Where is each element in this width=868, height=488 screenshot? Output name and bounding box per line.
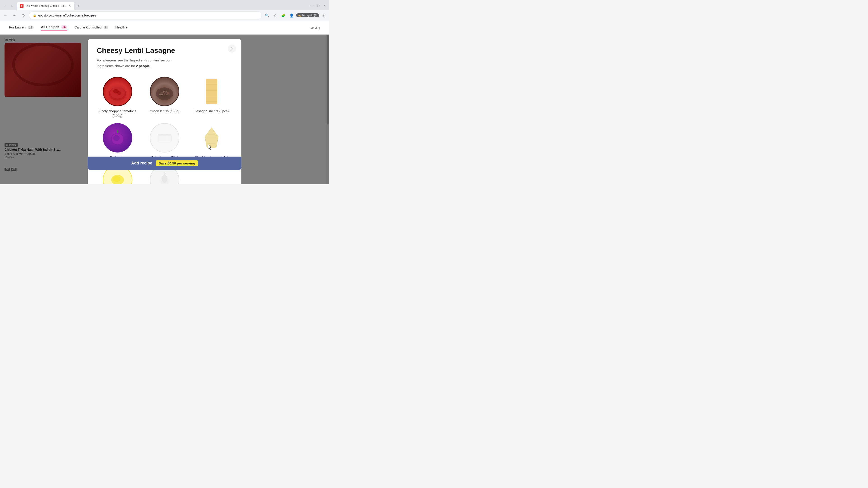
page-content: For Lauren 14 All Recipes 86 Calorie Con…: [0, 21, 329, 184]
site-navigation: For Lauren 14 All Recipes 86 Calorie Con…: [0, 21, 329, 35]
svg-point-11: [166, 94, 168, 95]
svg-point-15: [165, 91, 167, 92]
people-prefix: Ingredients shown are for: [97, 64, 136, 68]
tomatoes-image: [103, 77, 132, 106]
people-count: 2 people: [136, 64, 150, 68]
close-button[interactable]: ✕: [322, 3, 327, 8]
svg-point-14: [163, 91, 164, 92]
nav-for-lauren[interactable]: For Lauren 14: [9, 25, 34, 30]
lentils-label: Green lentils (185g): [150, 109, 180, 113]
lasagne-svg: [204, 78, 219, 105]
add-recipe-bar[interactable]: Add recipe Save £0.50 per serving: [88, 157, 241, 170]
maximize-button[interactable]: ❐: [315, 3, 321, 8]
tab-favicon: g: [20, 4, 24, 8]
modal-title: Cheesy Lentil Lasagne: [97, 46, 232, 55]
save-badge: Save £0.50 per serving: [156, 161, 198, 166]
tomatoes-svg: [107, 81, 128, 102]
cheddar-image: [197, 123, 226, 153]
modal-allergen-note: For allergens see the 'Ingredients conta…: [97, 58, 232, 62]
modal-header: Cheesy Lentil Lasagne For allergens see …: [88, 39, 241, 73]
address-bar[interactable]: 🔒 gousto.co.uk/menu?collection=all-recip…: [29, 11, 262, 20]
modal-people-note: Ingredients shown are for 2 people.: [97, 64, 232, 68]
soft-cheese-svg: [157, 132, 173, 143]
ingredient-red-onion: Red onion: [97, 123, 138, 160]
modal-close-button[interactable]: ✕: [228, 44, 236, 53]
soft-cheese-image: [150, 123, 179, 153]
red-onion-image: [103, 123, 132, 153]
lentils-image: [150, 77, 179, 106]
svg-marker-29: [205, 128, 218, 148]
tab-title: This Week's Menu | Choose Fro...: [25, 4, 66, 7]
nav-health[interactable]: Health▶: [115, 25, 127, 30]
tab-close-button[interactable]: ✕: [68, 4, 72, 8]
lentils-svg: [154, 81, 175, 102]
ingredient-cheddar: Cheddar cheese (40g): [191, 123, 232, 160]
ingredient-soft-cheese: Soft cheese (50g): [144, 123, 185, 160]
svg-point-10: [164, 93, 165, 95]
tab-bar-back[interactable]: ‹: [2, 3, 8, 9]
nav-calorie-controlled[interactable]: Calorie Controlled 6: [74, 25, 108, 30]
lasagne-label: Lasagne sheets (6pcs): [194, 109, 229, 113]
all-recipes-badge: 86: [61, 25, 67, 29]
minimize-button[interactable]: —: [309, 3, 315, 8]
main-content: 40 mins 10-Minute Chicken Tikka Naan Wit…: [0, 35, 329, 184]
search-icon[interactable]: 🔍: [264, 12, 271, 19]
address-text: gousto.co.uk/menu?collection=all-recipes: [38, 13, 258, 17]
reload-button[interactable]: ↻: [20, 12, 27, 19]
back-button[interactable]: ←: [2, 12, 9, 19]
close-icon: ✕: [230, 46, 234, 51]
for-lauren-badge: 14: [28, 26, 34, 29]
svg-point-13: [168, 93, 170, 95]
svg-point-12: [159, 94, 161, 95]
bookmark-icon[interactable]: ☆: [272, 12, 279, 19]
item7-svg: [108, 173, 127, 185]
address-bar-row: ← → ↻ 🔒 gousto.co.uk/menu?collection=all…: [0, 10, 329, 21]
ingredient-modal: ✕ Cheesy Lentil Lasagne For allergens se…: [88, 39, 241, 184]
svg-point-9: [161, 94, 163, 95]
tomatoes-label: Finely chopped tomatoes (200g): [97, 109, 138, 118]
ingredient-lentils: Green lentils (185g): [144, 77, 185, 118]
incognito-badge[interactable]: 🕵 Incognito (2): [296, 13, 319, 18]
item8-svg: [159, 171, 170, 185]
menu-icon[interactable]: ⋮: [320, 12, 327, 19]
tab-bar-forward[interactable]: ›: [9, 3, 16, 9]
svg-point-3: [117, 91, 121, 95]
svg-point-37: [162, 175, 167, 183]
svg-point-24: [113, 135, 120, 141]
svg-point-35: [113, 176, 120, 182]
toolbar-icons: 🔍 ☆ 🧩 👤 🕵 Incognito (2) ⋮: [264, 12, 327, 19]
forward-button[interactable]: →: [11, 12, 18, 19]
cheddar-svg: [202, 125, 222, 150]
new-tab-button[interactable]: +: [75, 3, 82, 9]
active-tab[interactable]: g This Week's Menu | Choose Fro... ✕: [17, 2, 74, 10]
calorie-badge: 6: [103, 26, 108, 29]
ingredient-lasagne: Lasagne sheets (6pcs): [191, 77, 232, 118]
lasagne-image: [197, 77, 226, 106]
window-controls: — ❐ ✕: [309, 3, 327, 8]
incognito-label: Incognito (2): [302, 14, 317, 17]
profile-icon[interactable]: 👤: [288, 12, 295, 19]
lock-icon: 🔒: [33, 14, 36, 17]
browser-chrome: ‹ › g This Week's Menu | Choose Fro... ✕…: [0, 0, 329, 21]
nav-all-recipes[interactable]: All Recipes 86: [41, 25, 67, 31]
red-onion-svg: [107, 128, 128, 148]
tab-bar: ‹ › g This Week's Menu | Choose Fro... ✕…: [0, 0, 329, 10]
ingredient-tomatoes: Finely chopped tomatoes (200g): [97, 77, 138, 118]
extensions-icon[interactable]: 🧩: [280, 12, 287, 19]
people-suffix: .: [150, 64, 151, 68]
serving-text: serving: [280, 26, 320, 29]
add-recipe-label: Add recipe: [131, 161, 152, 166]
svg-rect-26: [158, 134, 171, 135]
modal-overlay: ✕ Cheesy Lentil Lasagne For allergens se…: [0, 35, 329, 184]
svg-rect-16: [206, 79, 217, 104]
